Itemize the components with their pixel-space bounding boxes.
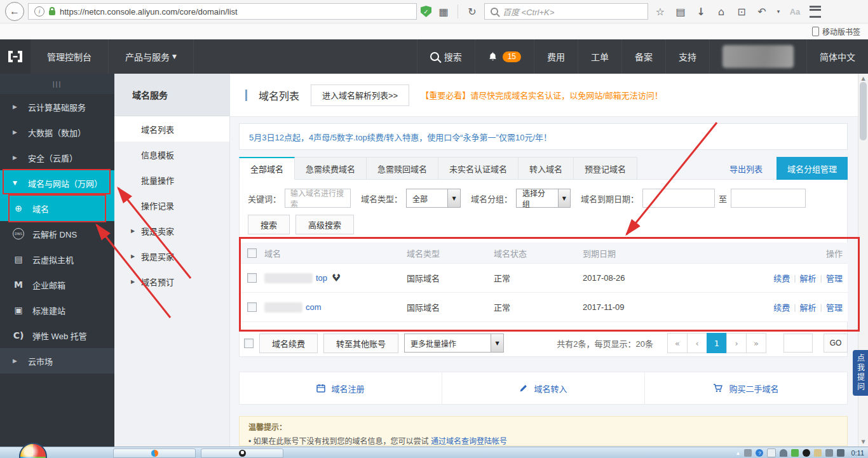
tray-volume-icon[interactable] [837, 449, 844, 457]
more-batch-actions-select[interactable]: 更多批量操作 ▼ [404, 333, 504, 353]
address-bar[interactable]: i https://netcn.console.aliyun.com/core/… [28, 3, 417, 20]
sidebar-item-marketplace[interactable]: ▶云市场 [0, 348, 114, 374]
batch-transfer-account-button[interactable]: 转至其他账号 [323, 333, 398, 353]
goto-dns-resolve-list-button[interactable]: 进入域名解析列表>> [311, 84, 409, 106]
scroll-up-arrow[interactable]: ▲ [858, 76, 868, 81]
manage-link[interactable]: 管理 [826, 272, 843, 284]
language-switcher[interactable]: 简体中文 [806, 39, 868, 74]
domain-suffix[interactable]: top [316, 273, 327, 283]
tray-wifi-icon[interactable] [780, 449, 787, 457]
console-search[interactable]: 搜索 [417, 39, 475, 74]
console-home-link[interactable]: 管理控制台 [31, 39, 109, 74]
advanced-search-button[interactable]: 高级搜索 [295, 215, 354, 234]
select-caret-icon[interactable]: ▼ [558, 189, 570, 207]
submenu-item-domain-preorder[interactable]: ▶域名预订 [114, 269, 229, 294]
page-first-button[interactable]: « [667, 333, 688, 353]
sidebar-collapse-handle[interactable]: ||| [0, 74, 114, 94]
tab-unverified[interactable]: 未实名认证域名 [438, 157, 519, 180]
browser-menu-icon[interactable] [810, 6, 821, 18]
bookmark-star-icon[interactable]: ☆ [652, 6, 668, 18]
batch-renew-button[interactable]: 域名续费 [259, 333, 318, 353]
hidden-icons-arrow[interactable]: ▲ [735, 450, 740, 456]
renew-link[interactable]: 续费 [773, 301, 790, 313]
sidebar-item-bigdata[interactable]: ▶大数据（数加） [0, 119, 114, 145]
downloads-icon[interactable]: ↓ [693, 6, 709, 18]
tray-folder-icon[interactable] [814, 449, 822, 457]
sidebar-item-domains-websites[interactable]: ▼域名与网站（万网） [0, 170, 114, 196]
submenu-item-operation-log[interactable]: 操作记录 [114, 192, 229, 218]
sidebar-item-domain[interactable]: ⊕域名 [0, 196, 114, 221]
text-tool-icon[interactable]: Aa [787, 7, 803, 17]
submenu-item-seller[interactable]: ▶我是卖家 [114, 218, 229, 243]
transfer-in-domain-button[interactable]: 域名转入 [442, 372, 644, 404]
page-go-button[interactable]: GO [824, 333, 848, 353]
domain-suffix[interactable]: com [306, 302, 322, 312]
select-all-checkbox[interactable] [247, 248, 257, 258]
nav-item-support[interactable]: 支持 [665, 39, 709, 74]
keyword-input[interactable]: 输入域名进行搜索 [285, 189, 351, 208]
browser-search-box[interactable]: 百度 <Ctrl+K> [484, 3, 648, 20]
page-prev-button[interactable]: ‹ [687, 333, 707, 353]
sidebar-item-security[interactable]: ▶安全（云盾） [0, 145, 114, 170]
page-number-current[interactable]: 1 [707, 333, 727, 353]
expire-date-to-input[interactable] [731, 189, 806, 208]
tray-keyboard-icon[interactable] [744, 449, 752, 457]
buy-secondhand-domain-button[interactable]: 购买二手域名 [644, 372, 847, 404]
search-button[interactable]: 搜索 [248, 215, 290, 234]
manage-link[interactable]: 管理 [826, 301, 843, 313]
sidebar-item-site-builder[interactable]: ▣标准建站 [0, 297, 114, 323]
domain-group-manage-button[interactable]: 域名分组管理 [776, 157, 848, 180]
ask-question-tab[interactable]: 点我提问 [853, 350, 868, 396]
nav-item-tickets[interactable]: 工单 [578, 39, 621, 74]
taskbar-app-browser[interactable] [113, 448, 196, 458]
adblock-shield-icon[interactable]: ✓ [421, 6, 431, 17]
tray-window-icon[interactable] [767, 448, 776, 457]
sidebar-item-elastic-web[interactable]: C)弹性 Web 托管 [0, 323, 114, 348]
batch-select-all-checkbox[interactable] [244, 339, 254, 348]
nav-item-billing[interactable]: 费用 [534, 39, 578, 74]
tray-settings-icon[interactable] [825, 449, 833, 457]
tab-redeem-soon[interactable]: 急需赎回域名 [367, 157, 438, 180]
query-login-account-link[interactable]: 通过域名查询登陆帐号 [431, 437, 507, 446]
resolve-link[interactable]: 解析 [800, 272, 817, 284]
submenu-item-info-template[interactable]: 信息模板 [114, 142, 229, 167]
tray-qq-penguin-icon[interactable] [803, 449, 810, 457]
register-domain-button[interactable]: 域名注册 [240, 372, 442, 404]
page-last-button[interactable]: » [746, 333, 766, 353]
select-caret-icon[interactable]: ▼ [447, 189, 460, 207]
submenu-item-buyer[interactable]: ▶我是买家 [114, 243, 229, 269]
resolve-link[interactable]: 解析 [800, 301, 817, 313]
domain-type-select[interactable]: 全部 ▼ [406, 189, 461, 208]
reading-list-icon[interactable]: ▤ [672, 6, 689, 18]
page-next-button[interactable]: › [726, 333, 747, 353]
undo-icon[interactable]: ↶ [754, 6, 770, 18]
scroll-down-arrow[interactable]: ▼ [858, 439, 868, 445]
submenu-item-domain-list[interactable]: 域名列表 [114, 116, 229, 142]
expire-date-from-input[interactable] [642, 189, 715, 208]
nav-item-icp[interactable]: 备案 [621, 39, 665, 74]
export-list-link[interactable]: 导出列表 [729, 163, 776, 175]
browser-back-button[interactable]: ← [5, 2, 24, 21]
refresh-icon[interactable]: ↻ [464, 6, 480, 18]
sidebar-item-enterprise-mail[interactable]: M企业邮箱 [0, 272, 114, 297]
url-text[interactable]: https://netcn.console.aliyun.com/core/do… [60, 7, 238, 17]
notifications[interactable]: 15 [475, 39, 534, 74]
select-caret-icon[interactable]: ▼ [491, 334, 503, 352]
row-checkbox[interactable] [247, 302, 257, 312]
sidebar-item-dns[interactable]: DNS云解析 DNS [0, 221, 114, 246]
renew-link[interactable]: 续费 [773, 272, 790, 284]
scrollbar-thumb[interactable] [860, 82, 867, 140]
page-info-icon[interactable]: i [34, 6, 44, 17]
qr-code-icon[interactable]: ▦ [435, 6, 452, 18]
row-checkbox[interactable] [247, 273, 257, 283]
tray-green-app-icon[interactable] [791, 449, 799, 457]
sidebar-item-web-hosting[interactable]: ▤云虚拟主机 [0, 246, 114, 272]
home-icon[interactable]: ⌂ [713, 6, 729, 18]
page-jump-input[interactable] [783, 333, 813, 353]
screenshot-icon[interactable]: ⊡ [733, 6, 750, 18]
sidebar-item-cloud-computing[interactable]: ▶云计算基础服务 [0, 94, 114, 119]
tab-transfer-in[interactable]: 转入域名 [519, 157, 574, 180]
taskbar-app-qq[interactable] [201, 448, 283, 458]
mobile-bookmarks-label[interactable]: 移动版书签 [822, 26, 860, 37]
products-menu[interactable]: 产品与服务 ▼ [109, 39, 194, 74]
